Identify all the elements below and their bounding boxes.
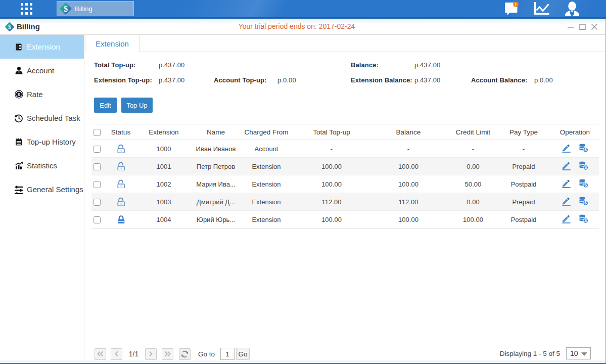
svg-text:$: $ <box>584 165 587 170</box>
svg-text:$: $ <box>64 5 68 14</box>
svg-text:!: ! <box>515 2 517 7</box>
svg-text:$: $ <box>584 183 587 188</box>
svg-text:$: $ <box>584 218 587 223</box>
svg-text:$: $ <box>17 92 20 97</box>
svg-text:$: $ <box>584 147 587 152</box>
svg-text:$: $ <box>584 200 587 205</box>
